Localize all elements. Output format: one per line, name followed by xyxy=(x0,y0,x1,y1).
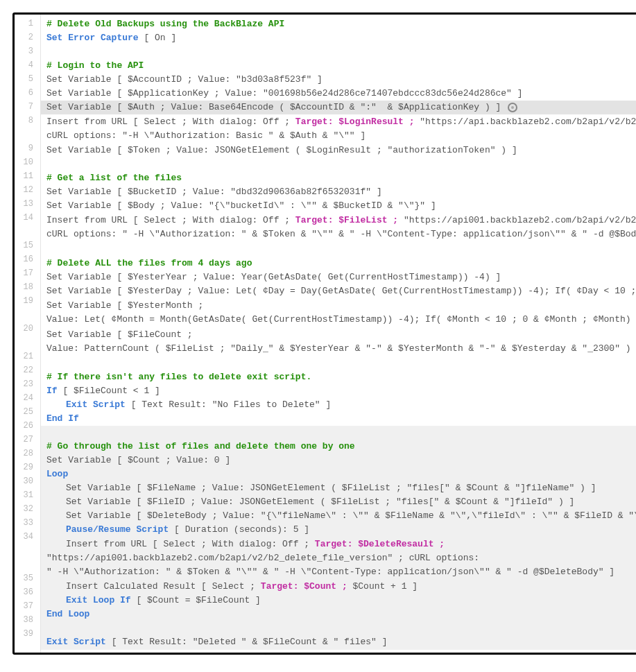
code-line[interactable]: Set Variable [ $Token ; Value: JSONGetEl… xyxy=(41,144,636,157)
code-text: [ Text Result: "Deleted " & $FileCount &… xyxy=(106,636,393,650)
code-line[interactable]: Set Variable [ $YesterYear ; Value: Year… xyxy=(41,270,636,284)
code-line[interactable]: # Get a list of the files xyxy=(41,171,636,185)
code-text: Set Variable [ $BucketID ; Value: "dbd32… xyxy=(46,185,387,199)
keyword-text: End Loop xyxy=(46,608,89,622)
code-line[interactable]: Set Variable [ $DeleteBody ; Value: "{\"… xyxy=(41,509,636,523)
line-number: 21 xyxy=(15,350,40,364)
target-text: Target: $LoginResult ; xyxy=(295,117,415,127)
target-text: Target: $DeleteResault ; xyxy=(315,539,445,549)
code-text: [ $Count = $FileCount ] xyxy=(131,594,266,608)
line-number: 15 xyxy=(15,239,40,253)
code-text: Set Variable [ $AccountID ; Value: "b3d0… xyxy=(46,73,328,87)
code-text: Set Variable [ $FileCount ; Value: Patte… xyxy=(46,329,636,354)
code-text: Insert from URL [ Select ; With dialog: … xyxy=(46,215,295,225)
code-line[interactable]: Set Variable [ $YesterDay ; Value: Let( … xyxy=(41,284,636,298)
code-line[interactable]: Loop xyxy=(41,467,636,481)
code-line[interactable]: Pause/Resume Script [ Duration (seconds)… xyxy=(41,523,636,537)
script-editor-window: 12345678 91011121314 1516171819 20 21222… xyxy=(12,12,636,655)
line-number: 3 xyxy=(15,45,40,59)
code-text: Set Variable [ $YesterMonth ; Value: Let… xyxy=(46,300,636,325)
keyword-text: Loop xyxy=(46,467,68,481)
code-line[interactable]: Set Variable [ $FileCount ; Value: Patte… xyxy=(41,327,636,356)
line-number-continuation xyxy=(15,128,40,142)
code-text: [ $FileCount < 1 ] xyxy=(58,384,166,398)
code-line[interactable]: End Loop xyxy=(41,608,636,622)
code-text: Insert from URL [ Select ; With dialog: … xyxy=(66,539,315,549)
code-text: Set Variable [ $Body ; Value: "{\"bucket… xyxy=(46,199,442,213)
line-number-continuation xyxy=(15,558,40,572)
line-number: 18 xyxy=(15,281,40,295)
keyword-text: Exit Script xyxy=(66,398,126,412)
code-line[interactable] xyxy=(41,622,636,636)
code-line[interactable]: Set Variable [ $FileID ; Value: JSONGetE… xyxy=(41,495,636,509)
comment-text: # Get a list of the files xyxy=(46,171,182,185)
line-number: 30 xyxy=(15,475,40,489)
code-line[interactable]: Insert from URL [ Select ; With dialog: … xyxy=(41,213,636,242)
code-line[interactable]: Exit Script [ Text Result: "Deleted " & … xyxy=(41,636,636,650)
line-number: 16 xyxy=(15,253,40,267)
line-number: 34 xyxy=(15,531,40,544)
code-line[interactable] xyxy=(41,157,636,171)
code-line[interactable]: End If xyxy=(41,412,636,426)
code-line[interactable]: Exit Script [ Text Result: "No Files to … xyxy=(41,398,636,412)
code-line[interactable] xyxy=(41,356,636,370)
code-line[interactable]: Set Error Capture [ On ] xyxy=(41,31,636,45)
line-number: 4 xyxy=(15,59,40,73)
line-number: 14 xyxy=(15,212,40,225)
code-line[interactable] xyxy=(41,426,636,440)
code-line[interactable]: Insert from URL [ Select ; With dialog: … xyxy=(41,114,636,144)
line-number: 22 xyxy=(15,364,40,378)
line-number: 25 xyxy=(15,406,40,420)
line-number: 37 xyxy=(15,600,40,614)
code-text: [ Text Result: "No Files to Delete" ] xyxy=(126,398,336,412)
code-line[interactable]: Set Variable [ $YesterMonth ; Value: Let… xyxy=(41,298,636,327)
line-number: 11 xyxy=(15,170,40,184)
line-number: 12 xyxy=(15,184,40,198)
code-line[interactable]: # Go through the list of files and delet… xyxy=(41,440,636,454)
code-line[interactable]: Set Variable [ $Body ; Value: "{\"bucket… xyxy=(41,199,636,213)
line-number: 20 xyxy=(15,322,40,336)
code-text: [ Duration (seconds): 5 ] xyxy=(169,523,315,537)
line-number: 28 xyxy=(15,447,40,461)
comment-text: # If there isn't any files to delete exi… xyxy=(46,370,311,384)
comment-text: # Login to the API xyxy=(46,59,144,73)
keyword-text: Pause/Resume Script xyxy=(66,523,169,537)
line-number: 1 xyxy=(15,17,40,31)
code-line[interactable]: Insert Calculated Result [ Select ; Targ… xyxy=(41,580,636,594)
code-line[interactable]: If [ $FileCount < 1 ] xyxy=(41,384,636,398)
code-line[interactable] xyxy=(41,45,636,59)
code-line[interactable]: # Delete Old Backups using the BackBlaze… xyxy=(41,17,636,31)
line-number: 2 xyxy=(15,31,40,45)
keyword-text: Set Error Capture xyxy=(46,31,139,45)
line-number: 39 xyxy=(15,628,40,641)
code-line[interactable]: Insert from URL [ Select ; With dialog: … xyxy=(41,537,636,580)
code-line[interactable]: # Login to the API xyxy=(41,59,636,73)
code-line[interactable]: Set Variable [ $Count ; Value: 0 ] xyxy=(41,454,636,467)
code-line[interactable]: Set Variable [ $ApplicationKey ; Value: … xyxy=(41,87,636,101)
line-number-continuation xyxy=(15,225,40,239)
line-number-continuation xyxy=(15,309,40,322)
editor[interactable]: 12345678 91011121314 1516171819 20 21222… xyxy=(15,15,636,653)
code-text: Set Variable [ $Count ; Value: 0 ] xyxy=(46,454,236,467)
code-text: [ On ] xyxy=(139,31,182,45)
code-text: Set Variable [ $FileID ; Value: JSONGetE… xyxy=(66,495,580,509)
line-number: 5 xyxy=(15,73,40,87)
comment-text: # Delete Old Backups using the BackBlaze… xyxy=(46,17,284,31)
code-line[interactable]: Set Variable [ $FileName ; Value: JSONGe… xyxy=(41,481,636,495)
line-number: 31 xyxy=(15,489,40,503)
code-line[interactable] xyxy=(41,243,636,257)
line-number: 8 xyxy=(15,114,40,128)
line-number: 35 xyxy=(15,572,40,586)
code-text: Set Variable [ $YesterDay ; Value: Let( … xyxy=(46,284,636,298)
keyword-text: End If xyxy=(46,412,79,426)
code-line[interactable]: # Delete ALL the files from 4 days ago xyxy=(41,257,636,270)
code-line[interactable]: Exit Loop If [ $Count = $FileCount ] xyxy=(41,594,636,608)
code-text: Set Variable [ $YesterYear ; Value: Year… xyxy=(46,270,506,284)
text-cursor-icon xyxy=(508,103,517,112)
code-line[interactable]: # If there isn't any files to delete exi… xyxy=(41,370,636,384)
code-line[interactable]: Set Variable [ $Auth ; Value: Base64Enco… xyxy=(41,101,636,114)
code-line[interactable]: Set Variable [ $AccountID ; Value: "b3d0… xyxy=(41,73,636,87)
code-line[interactable]: Set Variable [ $BucketID ; Value: "dbd32… xyxy=(41,185,636,199)
code-text: $Count + 1 ] xyxy=(347,580,423,594)
code-area[interactable]: # Delete Old Backups using the BackBlaze… xyxy=(41,15,636,653)
